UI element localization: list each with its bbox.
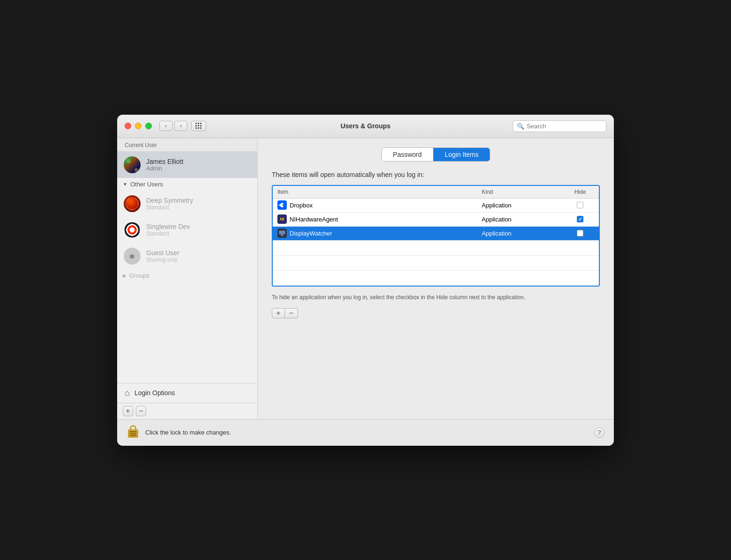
item-cell: Dropbox [273, 199, 477, 212]
window-title: Users & Groups [341, 122, 391, 130]
main-content: Password Login Items These items will op… [258, 138, 614, 419]
tab-group: Password Login Items [381, 147, 491, 162]
add-item-button[interactable]: + [272, 308, 285, 318]
hide-checkbox-dw[interactable] [577, 230, 583, 236]
other-users-label: Other Users [130, 181, 163, 188]
table-row[interactable]: DisplayWatcher Application [273, 227, 599, 241]
user-info: Deep Symmetry Standard [146, 197, 252, 211]
lock-text: Click the lock to make changes. [145, 429, 231, 436]
hide-cell [561, 228, 599, 238]
groups-triangle-icon: ▶ [123, 273, 127, 278]
search-icon: 🔍 [517, 123, 524, 130]
remove-item-button[interactable]: − [285, 308, 298, 318]
item-cell: NI NIHardwareAgent [273, 213, 477, 226]
avatar [123, 194, 142, 213]
user-role: Sharing only [146, 257, 252, 263]
item-name: NIHardwareAgent [290, 216, 338, 223]
display-watcher-icon [277, 228, 287, 238]
forward-button[interactable]: › [174, 121, 187, 131]
maximize-button[interactable] [145, 123, 152, 129]
column-kind-header: Kind [477, 188, 561, 196]
table-row[interactable]: Dropbox Application [273, 199, 599, 213]
groups-label: Groups [129, 272, 149, 279]
lock-line [130, 433, 136, 434]
avatar [123, 221, 142, 239]
avatar [123, 155, 142, 174]
avatar: ● [123, 247, 142, 265]
user-name: Guest User [146, 249, 252, 257]
current-user-label: Current User [117, 138, 257, 152]
ni-hardware-icon: NI [277, 214, 287, 224]
hide-cell [561, 200, 599, 210]
current-user-item[interactable]: James Elliott Admin [117, 152, 257, 178]
expand-triangle-icon: ▼ [123, 182, 127, 187]
sidebar: Current User James Elliott Admin ▼ Other… [117, 138, 258, 419]
sidebar-actions: + − [117, 403, 257, 419]
tabs-row: Password Login Items [272, 147, 600, 162]
close-button[interactable] [125, 123, 131, 129]
hint-text: To hide an application when you log in, … [272, 293, 600, 302]
traffic-lights [125, 123, 152, 129]
user-info: Guest User Sharing only [146, 249, 252, 263]
column-item-header: Item [273, 188, 477, 196]
titlebar: ‹ › Users & Groups 🔍 [117, 115, 614, 138]
kind-cell: Application [477, 228, 561, 239]
bottom-bar: Click the lock to make changes. ? [117, 419, 614, 446]
lock-lines [130, 431, 136, 436]
login-options-item[interactable]: ⌂ Login Options [117, 383, 257, 403]
remove-user-button[interactable]: − [136, 406, 146, 416]
list-item[interactable]: Singlewire Dev Standard [117, 217, 257, 243]
table-actions: + − [272, 308, 600, 318]
svg-rect-1 [281, 235, 283, 236]
column-hide-header: Hide [561, 188, 599, 196]
kind-cell: Application [477, 214, 561, 225]
table-row-empty [273, 256, 599, 271]
section-description: These items will open automatically when… [272, 171, 600, 178]
user-role: Admin [146, 165, 252, 172]
item-name: DisplayWatcher [290, 230, 332, 237]
grid-icon [195, 123, 202, 129]
table-row-empty [273, 241, 599, 256]
user-role: Standard [146, 230, 252, 237]
dropbox-icon [277, 200, 287, 210]
back-button[interactable]: ‹ [159, 121, 172, 131]
search-input[interactable] [527, 123, 602, 130]
guest-user-icon: ● [129, 250, 135, 262]
lock-body [128, 429, 138, 438]
list-item[interactable]: Deep Symmetry Standard [117, 191, 257, 217]
help-button[interactable]: ? [594, 427, 604, 438]
user-info: Singlewire Dev Standard [146, 223, 252, 237]
search-box[interactable]: 🔍 [513, 120, 606, 132]
hide-cell [561, 214, 599, 224]
lock-line [130, 431, 136, 432]
user-name: Singlewire Dev [146, 223, 252, 230]
svg-rect-0 [279, 230, 285, 235]
house-icon: ⌂ [125, 388, 130, 398]
hide-checkbox-dropbox[interactable] [577, 202, 583, 208]
login-options-label: Login Options [134, 389, 175, 397]
sidebar-bottom: ⌂ Login Options + − [117, 383, 257, 419]
list-item[interactable]: ● Guest User Sharing only [117, 243, 257, 269]
hide-checkbox-ni[interactable] [577, 216, 583, 222]
lock-button[interactable] [127, 425, 140, 440]
table-header: Item Kind Hide [273, 186, 599, 199]
user-name: Deep Symmetry [146, 197, 252, 204]
add-user-button[interactable]: + [123, 406, 133, 416]
content: Current User James Elliott Admin ▼ Other… [117, 138, 614, 419]
nav-buttons: ‹ › [159, 121, 187, 131]
minimize-button[interactable] [135, 123, 142, 129]
tab-login-items[interactable]: Login Items [433, 148, 490, 161]
lock-line [130, 435, 136, 436]
svg-rect-2 [280, 236, 284, 236]
user-name: James Elliott [146, 158, 252, 165]
user-role: Standard [146, 204, 252, 211]
other-users-header[interactable]: ▼ Other Users [117, 178, 257, 191]
main-window: ‹ › Users & Groups 🔍 Current User [117, 115, 614, 446]
table-row[interactable]: NI NIHardwareAgent Application [273, 213, 599, 227]
grid-button[interactable] [191, 121, 206, 131]
table-row-empty [273, 271, 599, 286]
item-name: Dropbox [290, 202, 313, 209]
groups-header[interactable]: ▶ Groups [117, 269, 257, 282]
tab-password[interactable]: Password [382, 148, 433, 161]
login-items-table: Item Kind Hide Dropbox Application [272, 185, 600, 287]
